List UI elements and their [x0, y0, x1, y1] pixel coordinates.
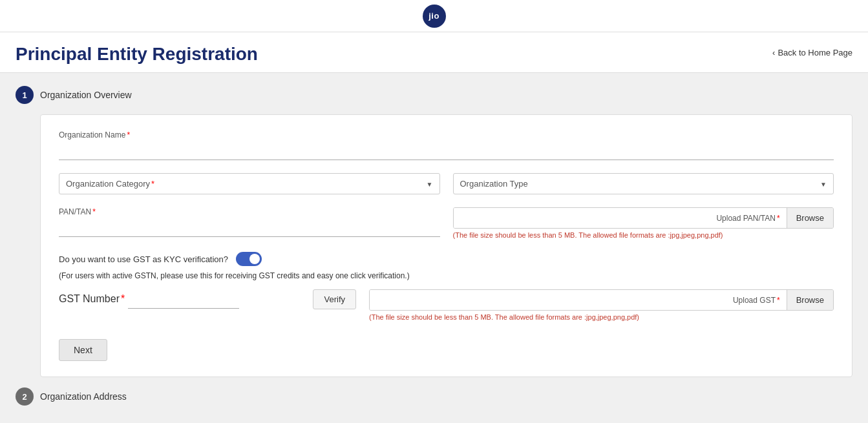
main-content: 1 Organization Overview Organization Nam… — [0, 73, 868, 418]
org-category-select[interactable]: Organization Category* ▼ — [59, 173, 440, 194]
browse-gst-button[interactable]: Browse — [787, 290, 833, 310]
gst-number-input[interactable] — [128, 291, 239, 309]
org-name-row: Organization Name* — [59, 130, 834, 160]
org-type-select[interactable]: Organization Type ▼ — [453, 173, 834, 194]
org-name-label: Organization Name* — [59, 130, 834, 139]
upload-pan-section: Upload PAN/TAN* Browse (The file size sh… — [453, 207, 834, 239]
next-button-container: Next — [59, 334, 834, 361]
back-home-label: Back to Home Page — [778, 48, 852, 57]
step2-circle: 2 — [16, 387, 34, 406]
upload-gst-field: Upload GST* Browse — [369, 289, 834, 311]
gst-number-field: GST Number* — [59, 291, 306, 309]
step2-label: Organization Address — [40, 391, 127, 402]
pan-tan-field: PAN/TAN* — [59, 207, 440, 239]
back-chevron-icon: ‹ — [772, 48, 775, 57]
org-category-field: Organization Category* ▼ — [59, 173, 440, 194]
org-type-label: Organization Type — [460, 179, 528, 189]
back-home-link[interactable]: ‹ Back to Home Page — [772, 48, 852, 57]
pan-tan-row: PAN/TAN* Upload PAN/TAN* Browse (The fil… — [59, 207, 834, 239]
upload-pan-field: Upload PAN/TAN* Browse — [453, 207, 834, 229]
org-category-chevron-icon: ▼ — [427, 180, 433, 187]
page-title: Principal Entity Registration — [16, 44, 852, 65]
step2-header: 2 Organization Address — [16, 387, 852, 406]
gst-number-label: GST Number* — [59, 293, 128, 304]
gst-toggle-label: Do you want to use GST as KYC verificati… — [59, 254, 228, 264]
next-button[interactable]: Next — [59, 339, 107, 361]
pan-tan-input[interactable] — [59, 219, 440, 237]
org-name-field: Organization Name* — [59, 130, 834, 160]
top-bar: jio — [0, 0, 868, 32]
header-section: Principal Entity Registration ‹ Back to … — [0, 32, 868, 73]
gst-row: GST Number* Verify Upload GST* Browse (T… — [59, 289, 834, 321]
org-category-label: Organization Category* — [66, 179, 154, 189]
verify-button[interactable]: Verify — [313, 289, 356, 309]
gst-hint: (For users with active GSTN, please use … — [59, 271, 834, 280]
upload-gst-label-text: Upload GST* — [726, 292, 787, 309]
step1-label: Organization Overview — [40, 90, 132, 100]
upload-pan-label-text: Upload PAN/TAN* — [710, 210, 786, 227]
browse-pan-button[interactable]: Browse — [787, 208, 833, 228]
upload-gst-input[interactable] — [370, 290, 726, 310]
upload-gst-hint: (The file size should be less than 5 MB.… — [369, 313, 834, 321]
upload-pan-hint: (The file size should be less than 5 MB.… — [453, 231, 834, 239]
org-type-chevron-icon: ▼ — [820, 180, 827, 187]
jio-logo: jio — [423, 5, 446, 28]
org-category-type-row: Organization Category* ▼ Organization Ty… — [59, 173, 834, 194]
pan-tan-label: PAN/TAN* — [59, 207, 440, 216]
form-card: Organization Name* Organization Category… — [40, 114, 852, 377]
org-type-field: Organization Type ▼ — [453, 173, 834, 194]
step1-header: 1 Organization Overview — [16, 86, 852, 104]
org-name-input[interactable] — [59, 142, 834, 160]
upload-gst-section: Upload GST* Browse (The file size should… — [369, 289, 834, 321]
upload-pan-input[interactable] — [454, 208, 710, 228]
gst-toggle-row: Do you want to use GST as KYC verificati… — [59, 252, 834, 266]
gst-toggle-switch[interactable] — [236, 252, 262, 266]
gst-input-wrap: GST Number* Verify — [59, 289, 356, 309]
step1-circle: 1 — [16, 86, 34, 104]
